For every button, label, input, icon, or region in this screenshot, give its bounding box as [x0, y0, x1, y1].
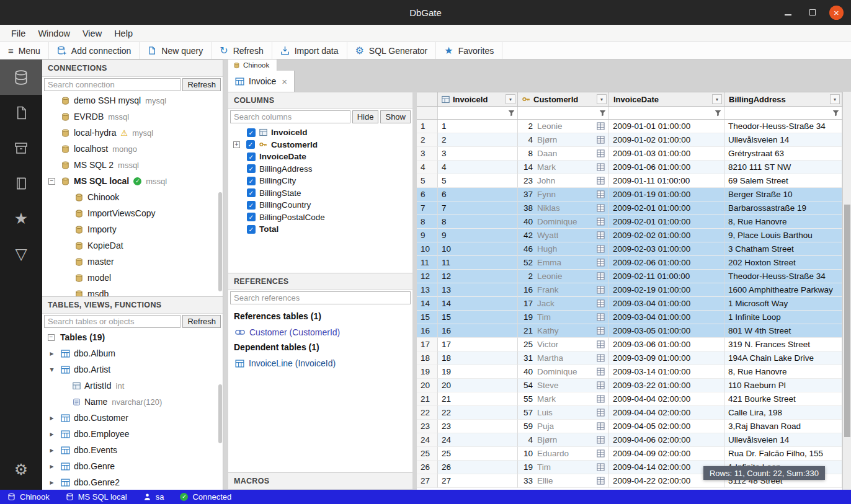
customerid-cell[interactable]: 38 Niklas — [518, 201, 609, 215]
rail-cell-data[interactable]: ▽ — [0, 236, 42, 272]
chevron-right-icon[interactable]: ▸ — [48, 478, 55, 487]
invoicedate-cell[interactable]: 2009-01-02 01:00:00 — [609, 133, 724, 147]
row-number-cell[interactable]: 9 — [417, 229, 438, 242]
chevron-down-icon[interactable]: ▾ — [48, 365, 55, 374]
row-number-cell[interactable]: 21 — [417, 392, 438, 406]
billingaddress-cell[interactable]: 202 Hoxton Street — [724, 256, 842, 270]
billingaddress-cell[interactable]: Ullevålsveien 14 — [724, 433, 842, 447]
connection-item[interactable]: msdb — [42, 286, 223, 296]
column-checkbox[interactable]: ✓ — [247, 188, 256, 197]
filter-billingaddress[interactable] — [724, 107, 842, 119]
column-toggle-row[interactable]: ✓ BillingAddress — [228, 163, 412, 175]
invoicedate-cell[interactable]: 2009-02-01 01:00:00 — [609, 201, 724, 215]
row-number-cell[interactable]: 14 — [417, 297, 438, 311]
connection-item[interactable]: demo SSH mysql mysql — [42, 92, 223, 108]
filter-icon[interactable] — [715, 110, 721, 117]
customerid-cell[interactable]: 2 Leonie — [518, 270, 609, 283]
invoiceid-cell[interactable]: 2 — [438, 133, 518, 147]
invoiceid-cell[interactable]: 3 — [438, 147, 518, 161]
row-number-cell[interactable]: 1 — [417, 120, 438, 133]
invoicedate-cell[interactable]: 2009-01-06 01:00:00 — [609, 161, 724, 174]
column-toggle-row[interactable]: ✓ BillingCity — [228, 175, 412, 187]
connection-item[interactable]: master — [42, 254, 223, 270]
invoiceid-cell[interactable]: 1 — [438, 120, 518, 133]
invoiceid-cell[interactable]: 24 — [438, 433, 518, 447]
expand-icon[interactable] — [233, 141, 240, 148]
invoiceid-cell[interactable]: 20 — [438, 379, 518, 392]
invoicedate-cell[interactable]: 2009-03-09 01:00:00 — [609, 351, 724, 365]
show-button[interactable]: Show — [380, 110, 411, 123]
rail-settings[interactable]: ⚙ — [0, 452, 42, 487]
import-data-button[interactable]: Import data — [272, 42, 347, 59]
search-columns-input[interactable] — [230, 110, 350, 123]
chevron-right-icon[interactable]: ▸ — [48, 349, 55, 358]
filter-icon[interactable] — [599, 110, 606, 117]
customerid-cell[interactable]: 21 Kathy — [518, 324, 609, 338]
table-item[interactable]: ▾ dbo.Artist — [42, 361, 223, 378]
invoicedate-cell[interactable]: 2009-02-06 01:00:00 — [609, 256, 724, 270]
billingaddress-cell[interactable]: 1 Infinite Loop — [724, 311, 842, 324]
billingaddress-cell[interactable]: 110 Raeburn Pl — [724, 379, 842, 392]
maximize-button[interactable] — [805, 6, 819, 20]
connection-item[interactable]: Chinook — [42, 189, 223, 205]
close-button[interactable]: × — [829, 6, 844, 20]
row-number-cell[interactable]: 15 — [417, 311, 438, 324]
billingaddress-cell[interactable]: Calle Lira, 198 — [724, 406, 842, 420]
open-reference-icon[interactable] — [597, 218, 605, 226]
open-reference-icon[interactable] — [597, 299, 605, 307]
column-toggle-row[interactable]: ✓ InvoiceId — [228, 126, 412, 139]
column-menu-button[interactable]: ▾ — [830, 94, 840, 104]
invoicedate-cell[interactable]: 2009-03-04 01:00:00 — [609, 311, 724, 324]
invoiceid-cell[interactable]: 9 — [438, 229, 518, 242]
minimize-button[interactable] — [781, 6, 795, 20]
open-reference-icon[interactable] — [597, 381, 605, 389]
customerid-cell[interactable]: 46 Hugh — [518, 242, 609, 256]
chevron-right-icon[interactable]: ▸ — [48, 446, 55, 454]
invoiceid-cell[interactable]: 19 — [438, 365, 518, 379]
column-header-billingaddress[interactable]: BillingAddress ▾ — [724, 92, 842, 106]
tab-database-chinook[interactable]: Chinook — [228, 60, 277, 71]
customerid-cell[interactable]: 16 Frank — [518, 283, 609, 297]
column-header-invoicedate[interactable]: InvoiceDate ▾ — [609, 92, 724, 106]
customerid-cell[interactable]: 57 Luis — [518, 406, 609, 420]
column-checkbox[interactable]: ✓ — [247, 213, 256, 221]
customerid-cell[interactable]: 14 Mark — [518, 161, 609, 174]
chevron-right-icon[interactable]: ▸ — [48, 462, 55, 471]
invoiceid-cell[interactable]: 22 — [438, 406, 518, 420]
row-number-cell[interactable]: 13 — [417, 283, 438, 297]
invoiceid-cell[interactable]: 13 — [438, 283, 518, 297]
invoiceid-cell[interactable]: 26 — [438, 461, 518, 474]
sql-generator-button[interactable]: ⚙ SQL Generator — [347, 42, 437, 59]
row-number-cell[interactable]: 7 — [417, 201, 438, 215]
add-connection-button[interactable]: Add connection — [49, 42, 140, 59]
billingaddress-cell[interactable]: Theodor-Heuss-Straße 34 — [724, 120, 842, 133]
customerid-cell[interactable]: 19 Tim — [518, 461, 609, 474]
invoicedate-cell[interactable]: 2009-03-06 01:00:00 — [609, 338, 724, 351]
invoicedate-cell[interactable]: 2009-02-11 01:00:00 — [609, 270, 724, 283]
invoicedate-cell[interactable]: 2009-04-04 02:00:00 — [609, 406, 724, 420]
reference-link-customer[interactable]: Customer (CustomerId) — [234, 325, 407, 339]
billingaddress-cell[interactable]: 801 W 4th Street — [724, 324, 842, 338]
reference-link-invoiceline[interactable]: InvoiceLine (InvoiceId) — [234, 356, 407, 370]
rail-favorites[interactable]: ★ — [0, 201, 42, 236]
menu-item[interactable]: Window — [32, 29, 76, 38]
filter-icon[interactable] — [508, 110, 515, 117]
table-item[interactable]: ▸ dbo.Album — [42, 345, 223, 361]
customerid-cell[interactable]: 42 Wyatt — [518, 229, 609, 242]
refresh-tables-button[interactable]: Refresh — [182, 315, 221, 328]
billingaddress-cell[interactable]: 8210 111 ST NW — [724, 161, 842, 174]
invoiceid-cell[interactable]: 25 — [438, 447, 518, 461]
grid-corner[interactable] — [417, 92, 438, 106]
row-number-cell[interactable]: 5 — [417, 174, 438, 188]
tables-root[interactable]: Tables (19) — [42, 329, 223, 345]
customerid-cell[interactable]: 59 Puja — [518, 420, 609, 433]
billingaddress-cell[interactable]: 3,Raj Bhavan Road — [724, 420, 842, 433]
invoicedate-cell[interactable]: 2009-01-01 01:00:00 — [609, 120, 724, 133]
row-number-cell[interactable]: 18 — [417, 351, 438, 365]
customerid-cell[interactable]: 31 Martha — [518, 351, 609, 365]
search-references-input[interactable] — [230, 291, 411, 304]
search-tables-input[interactable] — [44, 315, 180, 328]
customerid-cell[interactable]: 37 Fynn — [518, 188, 609, 201]
column-checkbox[interactable]: ✓ — [247, 177, 256, 185]
billingaddress-cell[interactable]: 1600 Amphitheatre Parkway — [724, 283, 842, 297]
